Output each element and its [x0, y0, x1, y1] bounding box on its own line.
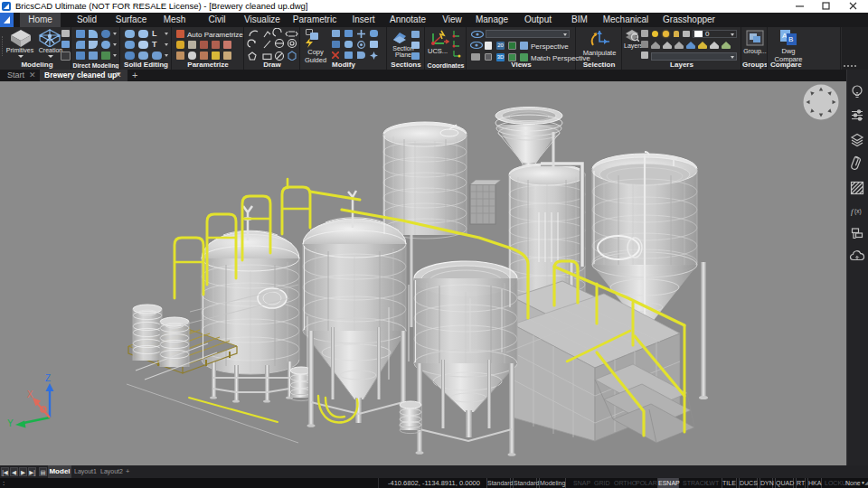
- svg-text:X: X: [27, 389, 33, 399]
- svg-text:B: B: [788, 35, 793, 43]
- svg-text:(x): (x): [854, 208, 862, 215]
- svg-text:Y: Y: [7, 418, 14, 428]
- svg-text:Z: Z: [45, 373, 51, 383]
